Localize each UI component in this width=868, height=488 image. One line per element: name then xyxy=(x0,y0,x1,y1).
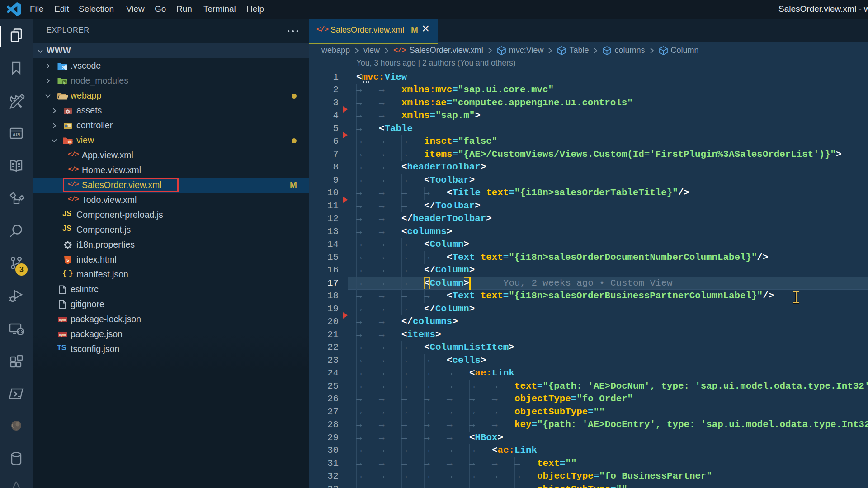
svg-text:js: js xyxy=(63,80,66,84)
svg-text:5: 5 xyxy=(66,258,69,263)
svg-text:<>: <> xyxy=(68,140,72,144)
svg-text:npm: npm xyxy=(59,318,66,321)
svg-text:npm: npm xyxy=(59,333,66,336)
